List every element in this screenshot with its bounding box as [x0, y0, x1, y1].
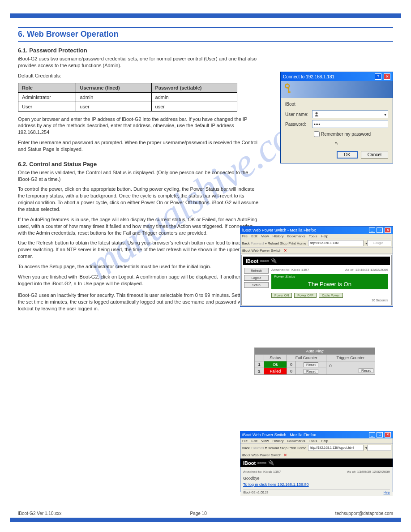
- cursor-icon: ↖: [335, 141, 338, 146]
- sub1-p2: Default Credentials:: [18, 73, 260, 79]
- attached-label: Attached to: Kiosk 1357: [243, 470, 281, 474]
- section-title: 6. Web Browser Operation: [18, 27, 393, 42]
- reset-button[interactable]: Reset: [359, 368, 373, 373]
- tab-close-icon[interactable]: ✕: [284, 453, 287, 457]
- help-link[interactable]: Help: [384, 491, 390, 494]
- browser-status-window: iBoot Web Power Switch - Mozilla Firefox…: [240, 226, 393, 307]
- nav-reload[interactable]: Reload: [268, 241, 279, 245]
- footer-left: iBoot-G2 Ver 1.10.xxx: [18, 511, 61, 516]
- tab-close-icon[interactable]: ✕: [284, 249, 287, 253]
- login-link[interactable]: To log in click here 192.168.1.136:80: [243, 482, 309, 487]
- menu-tools[interactable]: Tools: [309, 439, 317, 443]
- tab[interactable]: iBoot Web Power Switch: [242, 249, 281, 253]
- section-heading: Web Browser Operation: [27, 30, 119, 39]
- username-label: User name:: [285, 112, 312, 117]
- nav-back[interactable]: Back: [242, 446, 250, 450]
- power-on-button[interactable]: Power ON: [271, 293, 292, 298]
- username-field[interactable]: ▾: [312, 110, 388, 118]
- autoping-title: Auto Ping: [255, 348, 375, 355]
- nav-home[interactable]: Home: [297, 241, 306, 245]
- timestamp: As of: 13:48:33 12/02/2009: [345, 268, 388, 272]
- menu-file[interactable]: File: [242, 234, 248, 238]
- power-off-button[interactable]: Power OFF: [294, 293, 317, 298]
- menu-history[interactable]: History: [273, 234, 284, 238]
- power-status-label: Power Status: [271, 274, 388, 279]
- help-icon[interactable]: ?: [375, 73, 381, 80]
- reset-button[interactable]: Reset: [304, 362, 318, 367]
- iboot-sidebar: Refresh Logout Setup: [243, 265, 270, 304]
- sub1-p3: Open your browser and enter the IP addre…: [18, 116, 260, 136]
- version-label: iBoot-G2 v1.00.23: [243, 491, 268, 494]
- menu-help[interactable]: Help: [321, 234, 328, 238]
- browser-logout-window: iBoot Web Power Switch - Mozilla Firefox…: [240, 431, 393, 492]
- menu-view[interactable]: View: [261, 234, 269, 238]
- search-field[interactable]: Google: [367, 240, 391, 246]
- menu-help[interactable]: Help: [321, 439, 328, 443]
- cycle-time: 10 Seconds: [271, 299, 388, 302]
- window-title: iBoot Web Power Switch - Mozilla Firefox: [242, 228, 316, 232]
- svg-point-3: [316, 112, 318, 115]
- goodbye-text: Goodbye: [243, 476, 390, 481]
- timestamp: As of: 13:59:39 12/02/2009: [347, 470, 390, 474]
- status-failed: Failed: [264, 368, 287, 375]
- close-icon[interactable]: ✕: [385, 227, 391, 233]
- page: manualshive.com 6. Web Browser Operation…: [0, 0, 411, 532]
- nav-back[interactable]: Back: [242, 241, 250, 245]
- menu-edit[interactable]: Edit: [251, 234, 257, 238]
- app-label: iBoot: [285, 102, 388, 107]
- nav-reload[interactable]: Reload: [268, 446, 279, 450]
- menu-view[interactable]: View: [261, 439, 269, 443]
- tab[interactable]: iBoot Web Power Switch: [242, 453, 281, 457]
- remember-label: Remember my password: [321, 132, 371, 137]
- table-row: User user user: [18, 102, 237, 111]
- setup-button[interactable]: Setup: [244, 282, 269, 288]
- menubar: File Edit View History Bookmarks Tools H…: [240, 438, 393, 444]
- cycle-power-button[interactable]: Cycle Power: [319, 293, 342, 298]
- password-field[interactable]: ••••: [312, 120, 388, 128]
- maximize-icon[interactable]: □: [377, 432, 383, 438]
- autoping-table: Auto Ping Status Fail Counter Trigger Co…: [254, 348, 375, 375]
- maximize-icon[interactable]: □: [377, 227, 383, 233]
- minimize-icon[interactable]: _: [369, 432, 375, 438]
- nav-stop[interactable]: Stop: [280, 241, 287, 245]
- dialog-titlebar: Connect to 192.168.1.181 ? ✕: [281, 72, 393, 81]
- logout-button[interactable]: Logout: [244, 275, 269, 281]
- keys-icon: [283, 83, 296, 95]
- menu-history[interactable]: History: [273, 439, 284, 443]
- url-field[interactable]: http://192.168.1.136/logout.html: [308, 445, 364, 451]
- nav-print[interactable]: Print: [288, 446, 295, 450]
- menu-bookmarks[interactable]: Bookmarks: [287, 234, 305, 238]
- chevron-down-icon[interactable]: ▾: [384, 112, 386, 117]
- bottom-rule: [10, 518, 401, 522]
- close-icon[interactable]: ✕: [384, 73, 390, 80]
- iboot-header: iBoot ⎓⎓⎓⎓ 🔌: [243, 257, 390, 265]
- sub-control-heading: 6.2. Control and Status Page: [18, 161, 260, 167]
- reset-button[interactable]: Reset: [304, 369, 318, 374]
- menu-bookmarks[interactable]: Bookmarks: [287, 439, 305, 443]
- user-icon: [314, 112, 319, 117]
- nav-forward: Forward: [251, 446, 264, 450]
- top-rule: [10, 13, 401, 18]
- dialog-banner: [281, 81, 393, 98]
- cred-h3: Password (settable): [151, 83, 237, 92]
- status-ok: Ok: [264, 361, 287, 368]
- minimize-icon[interactable]: _: [369, 227, 375, 233]
- credentials-table: Role Username (fixed) Password (settable…: [18, 83, 237, 112]
- search-field[interactable]: [367, 445, 391, 451]
- remember-checkbox[interactable]: [314, 131, 320, 137]
- ok-button[interactable]: OK: [337, 151, 357, 159]
- sub2-p3: If the AutoPing features is in use, the …: [18, 216, 260, 236]
- menu-tools[interactable]: Tools: [309, 234, 317, 238]
- url-field[interactable]: http://192.168.1.136/: [308, 240, 364, 246]
- close-icon[interactable]: ✕: [385, 432, 391, 438]
- menu-file[interactable]: File: [242, 439, 248, 443]
- nav-stop[interactable]: Stop: [280, 446, 287, 450]
- refresh-button[interactable]: Refresh: [244, 268, 269, 274]
- cancel-button[interactable]: Cancel: [361, 151, 388, 159]
- nav-home[interactable]: Home: [297, 446, 306, 450]
- nav-print[interactable]: Print: [288, 241, 295, 245]
- menubar: File Edit View History Bookmarks Tools H…: [240, 234, 393, 239]
- sub2-p2: To control the power, click on the appro…: [18, 186, 260, 212]
- password-label: Password:: [285, 122, 312, 127]
- menu-edit[interactable]: Edit: [251, 439, 257, 443]
